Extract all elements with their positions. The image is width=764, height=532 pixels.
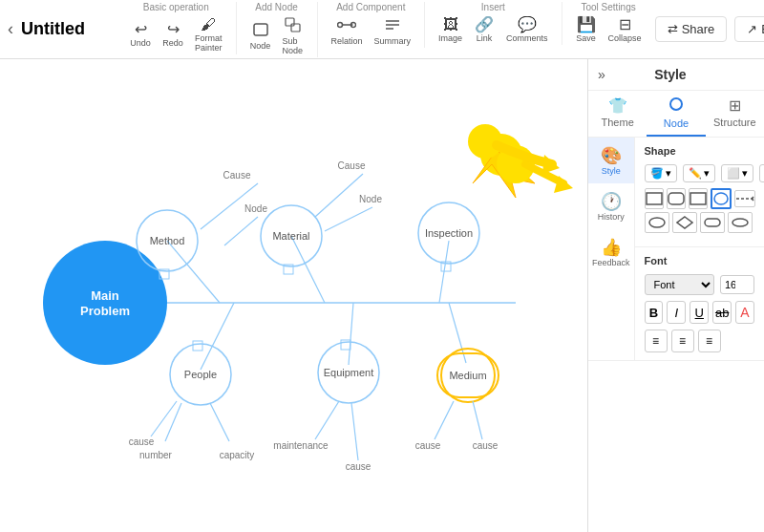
align-right-button[interactable]: ≡ [698,330,721,352]
redo-button[interactable]: ↪ Redo [159,20,187,50]
svg-point-76 [732,219,748,226]
tool-settings-items: 💾 Save ⊟ Collapse [572,15,646,45]
svg-line-55 [435,401,454,439]
feedback-sidebar-label: Feedback [592,258,630,267]
more-options-button[interactable]: ⋯ ▾ [759,164,764,182]
add-node-label: Add Node [255,2,297,12]
font-color-button[interactable]: A [735,301,754,324]
history-icon-item[interactable]: 🕐 History [588,183,634,229]
summary-button[interactable]: Summary [371,15,415,48]
sub-node-button[interactable]: Sub Node [279,15,308,57]
export-icon: ↗ [747,22,757,36]
fill-icon: 🪣 [650,167,664,180]
svg-line-33 [201,303,234,370]
share-button[interactable]: ⇄ Share [655,16,728,42]
style-content: Shape 🪣 ▾ ✏️ ▾ ⬜ ▾ [635,138,764,360]
relation-label: Relation [331,36,363,46]
shape-rect[interactable] [645,188,664,209]
style-panel: » Style 👕 Theme Node ⊞ Structure [587,59,764,532]
undo-button[interactable]: ↩ Undo [126,20,155,50]
font-section: Font Font B I U ab A [635,247,764,360]
feedback-icon-item[interactable]: 👍 Feedback [588,229,634,275]
svg-line-13 [167,241,220,303]
redo-label: Redo [162,38,183,48]
panel-collapse-button[interactable]: » [598,67,605,82]
style-icon-item[interactable]: 🎨 Style [588,138,634,183]
svg-text:Node: Node [244,203,267,214]
panel-tabs: 👕 Theme Node ⊞ Structure [588,91,764,138]
image-button[interactable]: 🖼 Image [435,15,466,45]
shape-oval[interactable] [728,212,753,233]
align-left-button[interactable]: ≡ [645,330,668,352]
shape-stadium[interactable] [700,212,725,233]
theme-icon: 👕 [608,96,627,115]
image-icon: 🖼 [443,17,458,32]
line-style-button[interactable] [734,190,755,207]
basic-operation-items: ↩ Undo ↪ Redo 🖌 Format Painter [126,15,226,54]
line-color-button[interactable]: ✏️ ▾ [683,164,715,182]
tab-structure[interactable]: ⊞ Structure [706,91,764,137]
shape-circle-active[interactable] [711,188,732,209]
font-select[interactable]: Font [645,274,714,295]
tab-node[interactable]: Node [647,91,705,137]
svg-line-57 [473,401,482,439]
history-sidebar-label: History [598,212,625,222]
toolbar-right: ⇄ Share ↗ Export [655,16,764,42]
svg-text:Material: Material [272,230,309,242]
svg-text:Cause: Cause [338,160,366,171]
svg-text:Equipment: Equipment [324,367,374,378]
redo-icon: ↪ [167,22,180,37]
svg-text:capacity: capacity [220,450,255,460]
add-node-items: Node Sub Node [246,15,308,57]
tab-theme[interactable]: 👕 Theme [588,91,647,137]
svg-line-41 [210,403,229,441]
diagram-canvas[interactable]: Main Problem Method Cause Node Material … [0,59,587,532]
underline-button[interactable]: U [690,301,709,324]
link-icon: 🔗 [475,17,494,32]
shape-rect-2[interactable] [689,188,708,209]
feedback-icon: 👍 [601,237,622,258]
style-icons-col: 🎨 Style 🕐 History 👍 Feedback [588,138,635,360]
shape-row-2 [645,212,754,233]
align-center-button[interactable]: ≡ [671,330,694,352]
svg-text:Node: Node [359,194,382,204]
style-palette-icon: 🎨 [601,145,622,166]
comments-button[interactable]: 💬 Comments [502,15,552,45]
shape-ellipse[interactable] [645,212,669,233]
relation-button[interactable]: Relation [328,15,367,48]
structure-icon: ⊞ [729,96,741,115]
font-size-input[interactable] [720,275,754,294]
fill-color-button[interactable]: 🪣 ▾ [645,164,677,182]
svg-text:Medium: Medium [449,370,486,381]
svg-rect-1 [286,18,294,26]
export-button[interactable]: ↗ Export [734,16,764,42]
svg-text:number: number [139,450,173,460]
shape-diamond[interactable] [672,212,697,233]
basic-operation-label: Basic operation [143,2,209,12]
bg-color-button[interactable]: ⬜ ▾ [721,164,753,182]
collapse-icon: ⊟ [619,17,631,32]
node-tab-label: Node [664,117,689,129]
node-button[interactable]: Node [246,20,275,53]
shape-section-title: Shape [645,145,754,157]
bold-button[interactable]: B [645,301,664,324]
shape-rounded-rect[interactable] [667,188,686,209]
collapse-button[interactable]: ⊟ Collapse [605,15,646,45]
save-icon: 💾 [577,17,596,32]
format-painter-button[interactable]: 🖌 Format Painter [191,15,226,54]
diagram-svg: Main Problem Method Cause Node Material … [0,59,587,532]
main-problem-node[interactable] [43,241,167,365]
strikethrough-button[interactable]: ab [712,301,732,324]
font-row: Font [645,274,754,295]
link-button[interactable]: 🔗 Link [470,15,499,45]
summary-label: Summary [374,36,412,46]
comments-icon: 💬 [518,17,537,32]
history-icon: 🕐 [601,191,622,212]
shape-line-options [734,188,755,209]
svg-line-27 [325,207,372,231]
italic-button[interactable]: I [667,301,686,324]
svg-line-25 [315,174,363,217]
svg-point-73 [649,218,665,227]
save-button[interactable]: 💾 Save [572,15,601,45]
back-button[interactable]: ‹ [8,19,13,39]
